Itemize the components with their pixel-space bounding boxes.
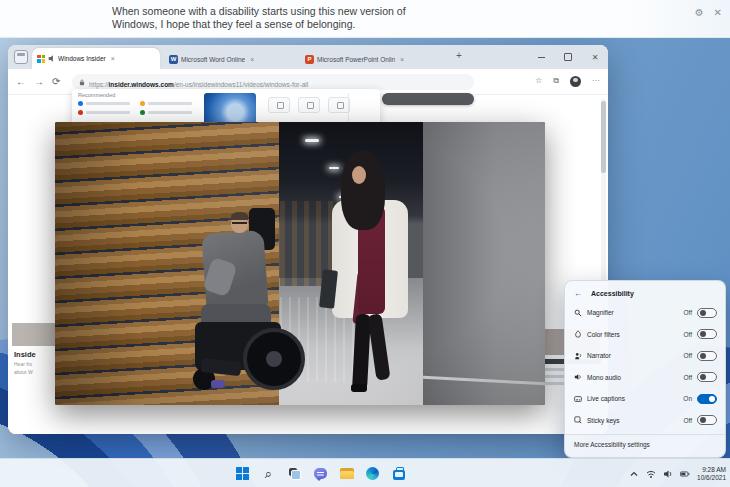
color-filters-toggle[interactable] bbox=[697, 329, 717, 339]
address-bar[interactable]: https://insider.windows.com/en-us/inside… bbox=[72, 74, 474, 90]
tab-windows-insider[interactable]: Windows Insider × bbox=[32, 48, 160, 69]
card-title: Inside bbox=[14, 350, 57, 359]
tab-label: Microsoft PowerPoint Online bbox=[317, 56, 395, 63]
powerpoint-icon: P bbox=[305, 55, 314, 64]
back-icon[interactable]: ← bbox=[574, 289, 582, 298]
tab-word-online[interactable]: W Microsoft Word Online × bbox=[164, 49, 296, 69]
suggestion-item[interactable] bbox=[140, 101, 192, 106]
maximize-button[interactable] bbox=[561, 50, 575, 64]
card-text: Hear fro bbox=[14, 361, 57, 367]
sticky-keys-toggle[interactable] bbox=[697, 415, 717, 425]
chat-icon[interactable] bbox=[312, 465, 329, 482]
color-filters-icon bbox=[574, 330, 587, 338]
tray-chevron-icon[interactable] bbox=[629, 469, 639, 479]
narrator-toggle[interactable] bbox=[697, 351, 717, 361]
page-card-image bbox=[12, 323, 57, 346]
clock-date: 10/6/2021 bbox=[697, 474, 726, 482]
refresh-button[interactable]: ⟳ bbox=[52, 75, 60, 88]
suggestion-action-button[interactable] bbox=[298, 97, 320, 113]
panel-title: Accessibility bbox=[591, 290, 634, 297]
suggestion-action-button[interactable] bbox=[328, 97, 350, 113]
clock-time: 9:28 AM bbox=[697, 466, 726, 474]
windows11-thumbnail[interactable] bbox=[204, 93, 256, 125]
mono-audio-icon bbox=[574, 373, 587, 381]
window-close-button[interactable]: ✕ bbox=[588, 50, 602, 64]
more-accessibility-settings-link[interactable]: More Accessibility settings bbox=[565, 434, 725, 448]
favorites-icon[interactable]: ☆ bbox=[535, 75, 542, 87]
battery-icon[interactable] bbox=[680, 469, 690, 479]
search-icon[interactable]: ⌕ bbox=[260, 465, 277, 482]
live-captions-bar: When someone with a disability starts us… bbox=[0, 0, 730, 38]
suggestion-item[interactable] bbox=[78, 101, 130, 106]
url-scheme: https:// bbox=[89, 81, 109, 88]
close-icon[interactable]: ✕ bbox=[714, 8, 722, 18]
tab-label: Microsoft Word Online bbox=[181, 56, 245, 63]
page-dark-button[interactable] bbox=[382, 93, 474, 105]
tab-label: Windows Insider bbox=[58, 55, 106, 62]
word-icon: W bbox=[169, 55, 178, 64]
narrator-icon bbox=[574, 352, 587, 360]
volume-icon[interactable] bbox=[663, 469, 673, 479]
tab-close-icon[interactable]: × bbox=[111, 55, 115, 62]
suggestion-item[interactable] bbox=[140, 110, 192, 115]
row-sticky-keys: Sticky keys Off bbox=[565, 410, 725, 432]
new-tab-button[interactable]: + bbox=[456, 51, 462, 61]
gear-icon[interactable]: ⚙ bbox=[695, 8, 704, 18]
desktop: When someone with a disability starts us… bbox=[0, 0, 730, 487]
suggestion-item[interactable] bbox=[78, 110, 130, 115]
tab-powerpoint-online[interactable]: P Microsoft PowerPoint Online × bbox=[300, 49, 448, 69]
caption-line-2: Windows, I hope that they feel a sense o… bbox=[112, 18, 406, 31]
lock-icon bbox=[79, 79, 85, 86]
row-live-captions: Live captions On bbox=[565, 388, 725, 410]
edge-icon[interactable] bbox=[364, 465, 381, 482]
video-frame bbox=[55, 122, 545, 405]
windows-insider-icon bbox=[37, 55, 45, 63]
live-captions-icon bbox=[574, 395, 587, 403]
row-color-filters: Color filters Off bbox=[565, 324, 725, 346]
task-view-icon[interactable] bbox=[286, 465, 303, 482]
row-narrator: Narrator Off bbox=[565, 345, 725, 367]
taskbar: ⌕ 9:28 AM 10/6/2021 bbox=[0, 458, 730, 487]
tab-close-icon[interactable]: × bbox=[250, 56, 254, 63]
taskbar-clock[interactable]: 9:28 AM 10/6/2021 bbox=[697, 466, 726, 482]
start-icon[interactable] bbox=[234, 465, 251, 482]
page-inside-card[interactable]: Inside Hear fro about W bbox=[12, 347, 57, 417]
accessibility-panel: ← Accessibility Magnifier Off Color filt… bbox=[564, 280, 726, 458]
wifi-icon[interactable] bbox=[646, 469, 656, 479]
minimize-button[interactable] bbox=[534, 50, 548, 64]
collections-icon[interactable]: ⧉ bbox=[553, 75, 559, 87]
row-magnifier: Magnifier Off bbox=[565, 302, 725, 324]
magnifier-toggle[interactable] bbox=[697, 308, 717, 318]
sticky-keys-icon bbox=[574, 416, 587, 424]
video-player[interactable] bbox=[55, 122, 545, 405]
url-path: /en-us/insidewindows11/videos/windows-fo… bbox=[174, 81, 308, 88]
tab-close-icon[interactable]: × bbox=[400, 56, 404, 63]
row-mono-audio: Mono audio Off bbox=[565, 367, 725, 389]
tab-strip: Windows Insider × W Microsoft Word Onlin… bbox=[8, 45, 608, 69]
back-button[interactable]: ← bbox=[16, 75, 26, 88]
mono-audio-toggle[interactable] bbox=[697, 372, 717, 382]
more-menu-icon[interactable]: ··· bbox=[592, 75, 600, 87]
caption-line-1: When someone with a disability starts us… bbox=[112, 5, 406, 18]
live-captions-toggle[interactable] bbox=[697, 394, 717, 404]
tab-audio-icon bbox=[48, 55, 55, 62]
url-domain: insider.windows.com bbox=[109, 81, 174, 88]
magnifier-icon bbox=[574, 309, 587, 317]
store-icon[interactable] bbox=[390, 465, 407, 482]
live-caption-text: When someone with a disability starts us… bbox=[112, 5, 406, 31]
card-text: about W bbox=[14, 369, 57, 375]
tab-actions-button[interactable] bbox=[14, 50, 28, 64]
suggestion-action-button[interactable] bbox=[268, 97, 290, 113]
forward-button[interactable]: → bbox=[34, 75, 44, 88]
profile-avatar[interactable] bbox=[570, 76, 581, 87]
file-explorer-icon[interactable] bbox=[338, 465, 355, 482]
